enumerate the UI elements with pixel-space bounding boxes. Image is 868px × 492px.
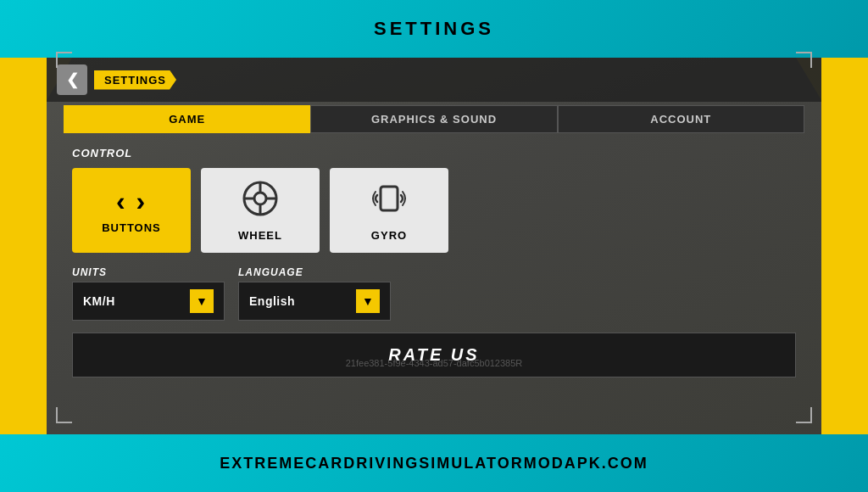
tab-game[interactable]: GAME: [64, 105, 310, 133]
website-label: EXTREMECARDRIVINGSIMULATORMODAPK.COM: [220, 455, 648, 472]
svg-point-1: [254, 193, 266, 204]
bottom-bar: EXTREMECARDRIVINGSIMULATORMODAPK.COM: [0, 434, 868, 492]
units-select[interactable]: KM/H ▼: [72, 282, 225, 321]
language-arrow: ▼: [356, 289, 380, 313]
selects-row: UNITS KM/H ▼ LANGUAGE English ▼: [72, 266, 796, 321]
units-label: UNITS: [72, 266, 225, 278]
content-area: CONTROL ‹ › BUTTONS: [47, 133, 821, 391]
control-options: ‹ › BUTTONS WHEEL: [72, 168, 796, 253]
tab-graphics-sound[interactable]: GRAPHICS & SOUND: [310, 105, 557, 133]
rate-us-button[interactable]: RATE US: [72, 333, 796, 377]
tab-account[interactable]: ACCOUNT: [558, 105, 804, 133]
buttons-icon: ‹ ›: [116, 187, 147, 215]
main-title-bar: SETTINGS: [0, 0, 868, 58]
wheel-icon: [242, 180, 279, 222]
control-option-buttons[interactable]: ‹ › BUTTONS: [72, 168, 191, 253]
yellow-right-panel: [821, 58, 868, 434]
settings-header: ❮ SETTINGS: [47, 58, 821, 102]
uuid-watermark: 21fee381-5f9e-4343-ad57-dafc5b012385R: [47, 358, 821, 368]
page-title: SETTINGS: [374, 18, 494, 40]
language-group: LANGUAGE English ▼: [238, 266, 391, 321]
language-label: LANGUAGE: [238, 266, 391, 278]
settings-panel: ❮ SETTINGS GAME GRAPHICS & SOUND ACCOUNT…: [47, 58, 821, 434]
back-icon: ❮: [66, 70, 79, 89]
units-group: UNITS KM/H ▼: [72, 266, 225, 321]
back-button[interactable]: ❮: [57, 64, 87, 95]
units-value: KM/H: [83, 294, 115, 308]
wheel-label: WHEEL: [238, 229, 282, 242]
buttons-label: BUTTONS: [102, 221, 161, 234]
svg-rect-6: [381, 187, 398, 210]
language-value: English: [249, 294, 295, 308]
control-section-label: CONTROL: [72, 147, 796, 159]
units-arrow: ▼: [190, 289, 214, 313]
control-option-wheel[interactable]: WHEEL: [201, 168, 320, 253]
yellow-left-panel: [0, 58, 47, 434]
tab-bar: GAME GRAPHICS & SOUND ACCOUNT: [64, 105, 804, 133]
gyro-label: GYRO: [371, 229, 407, 242]
control-option-gyro[interactable]: GYRO: [330, 168, 448, 253]
gyro-icon: [370, 180, 408, 222]
language-select[interactable]: English ▼: [238, 282, 391, 321]
settings-label-tag: SETTINGS: [94, 70, 176, 90]
